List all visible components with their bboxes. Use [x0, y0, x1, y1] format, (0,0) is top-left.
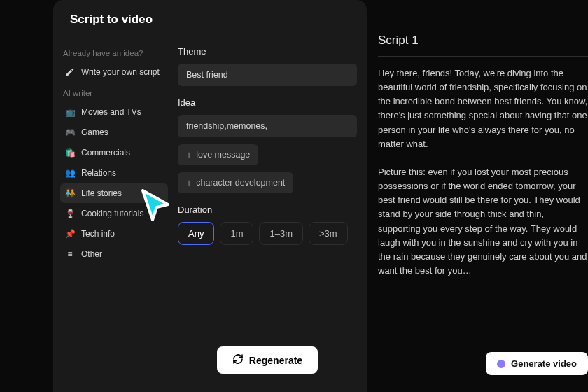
life-icon: 🧑‍🤝‍🧑	[64, 188, 76, 199]
sidebar-item-life-stories[interactable]: 🧑‍🤝‍🧑 Life stories	[60, 183, 168, 203]
sidebar-item-other[interactable]: ≡ Other	[60, 244, 168, 264]
sidebar-item-tech[interactable]: 📌 Tech info	[60, 224, 168, 244]
divider	[378, 56, 588, 57]
regenerate-label: Regenerate	[249, 355, 302, 366]
idea-suggestion-chip[interactable]: + character development	[178, 172, 293, 193]
idea-input[interactable]	[178, 115, 357, 137]
panel-title: Script to video	[53, 13, 367, 38]
sidebar-item-label: Tech info	[81, 229, 115, 239]
idea-suggestion-row-1: + love message	[178, 144, 357, 165]
duration-row: Any 1m 1–3m >3m	[178, 222, 357, 245]
generate-label: Generate video	[511, 358, 577, 369]
sidebar-item-commercials[interactable]: 🛍️ Commercials	[60, 143, 168, 162]
duration-option-3m[interactable]: >3m	[309, 222, 348, 245]
script-to-video-panel: Script to video Already have an idea? Wr…	[53, 0, 367, 392]
sidebar-item-label: Games	[81, 127, 108, 137]
relations-icon: 👥	[64, 167, 76, 178]
sidebar: Already have an idea? Write your own scr…	[53, 38, 168, 392]
other-icon: ≡	[64, 248, 76, 260]
sidebar-item-label: Write your own script	[81, 67, 160, 77]
result-panel: Script 1 Hey there, friends! Today, we'r…	[378, 34, 588, 392]
idea-suggestion-chip[interactable]: + love message	[178, 144, 258, 165]
plus-icon: +	[186, 150, 192, 160]
duration-option-1-3m[interactable]: 1–3m	[259, 222, 303, 245]
regenerate-wrap: Regenerate	[178, 346, 357, 392]
duration-option-any[interactable]: Any	[178, 222, 214, 245]
sidebar-item-relations[interactable]: 👥 Relations	[60, 163, 168, 183]
movie-icon: 📺	[64, 106, 76, 118]
result-body: Hey there, friends! Today, we're diving …	[378, 66, 588, 342]
sidebar-item-label: Relations	[81, 168, 116, 178]
sidebar-item-cooking[interactable]: 🍷 Cooking tutorials	[60, 204, 168, 223]
sidebar-item-label: Other	[81, 249, 102, 259]
duration-option-1m[interactable]: 1m	[220, 222, 253, 245]
sidebar-item-write-own[interactable]: Write your own script	[60, 62, 168, 82]
sidebar-item-label: Cooking tutorials	[81, 209, 144, 218]
regenerate-button[interactable]: Regenerate	[217, 346, 318, 374]
chip-label: love message	[196, 150, 250, 160]
cooking-icon: 🍷	[64, 208, 76, 219]
plus-icon: +	[186, 178, 192, 188]
idea-label: Idea	[178, 97, 357, 108]
theme-input[interactable]	[178, 64, 357, 86]
sparkle-icon	[497, 360, 505, 368]
refresh-icon	[232, 354, 244, 367]
generate-row: Generate video	[378, 342, 588, 392]
commercial-icon: 🛍️	[64, 147, 76, 158]
sidebar-heading-ai: AI writer	[60, 85, 168, 102]
result-title: Script 1	[378, 34, 588, 56]
form-column: Theme Idea + love message + character de…	[168, 38, 367, 392]
generate-video-button[interactable]: Generate video	[486, 352, 588, 375]
sidebar-item-games[interactable]: 🎮 Games	[60, 122, 168, 142]
sidebar-item-label: Commercials	[81, 148, 130, 158]
pencil-icon	[64, 66, 76, 78]
sidebar-item-label: Life stories	[81, 188, 122, 198]
sidebar-item-label: Movies and TVs	[81, 107, 141, 117]
game-icon: 🎮	[64, 127, 76, 138]
theme-label: Theme	[178, 46, 357, 57]
panel-body: Already have an idea? Write your own scr…	[53, 38, 367, 392]
chip-label: character development	[196, 178, 285, 188]
sidebar-item-movies[interactable]: 📺 Movies and TVs	[60, 102, 168, 122]
idea-suggestion-row-2: + character development	[178, 172, 357, 193]
duration-label: Duration	[178, 204, 357, 215]
tech-icon: 📌	[64, 228, 76, 239]
sidebar-heading-idea: Already have an idea?	[60, 45, 168, 62]
